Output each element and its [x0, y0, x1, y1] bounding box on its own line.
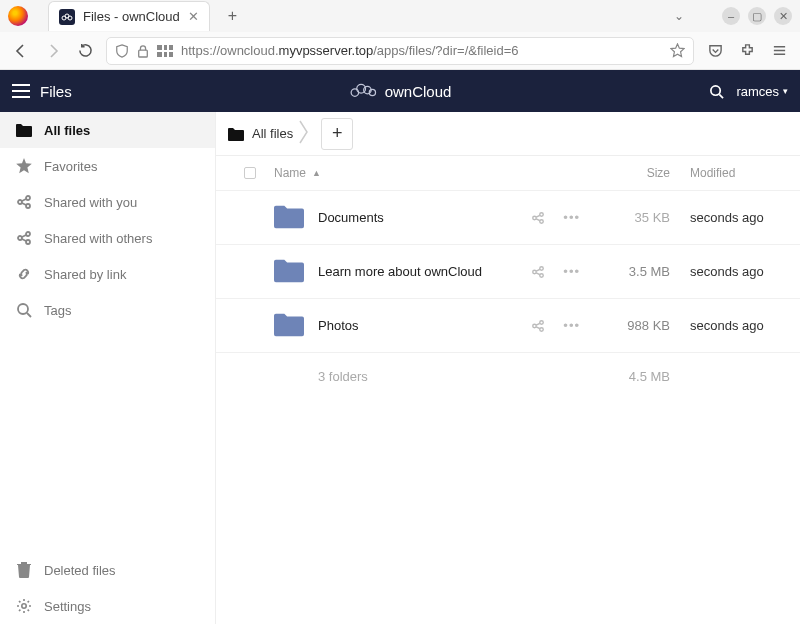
- app-title: Files: [40, 83, 72, 100]
- file-size: 35 KB: [590, 210, 670, 225]
- sidebar-item-favorites[interactable]: Favorites: [0, 148, 215, 184]
- table-row[interactable]: Learn more about ownCloud ••• 3.5 MB sec…: [216, 244, 800, 298]
- sidebar-item-shared-with-others[interactable]: Shared with others: [0, 220, 215, 256]
- summary-count: 3 folders: [274, 369, 590, 384]
- select-all-checkbox[interactable]: [244, 167, 256, 179]
- bookmark-star-icon[interactable]: [670, 43, 685, 58]
- window-maximize-button[interactable]: ▢: [748, 7, 766, 25]
- file-name: Photos: [318, 318, 358, 333]
- sidebar-item-deleted-files[interactable]: Deleted files: [0, 552, 215, 588]
- forward-button[interactable]: [42, 40, 64, 62]
- svg-rect-8: [164, 52, 167, 57]
- svg-point-19: [26, 232, 30, 236]
- shield-icon: [115, 44, 129, 58]
- svg-point-21: [18, 304, 28, 314]
- reload-button[interactable]: [74, 40, 96, 62]
- sidebar-item-shared-by-link[interactable]: Shared by link: [0, 256, 215, 292]
- os-titlebar: Files - ownCloud ✕ + ⌄ – ▢ ✕: [0, 0, 800, 32]
- column-header-size[interactable]: Size: [590, 166, 670, 180]
- owncloud-logo-icon: [349, 80, 379, 103]
- sidebar: All files Favorites Shared with you Shar…: [0, 112, 216, 624]
- svg-point-14: [711, 85, 720, 94]
- svg-point-28: [540, 273, 544, 277]
- sidebar-item-label: Shared with others: [44, 231, 152, 246]
- sidebar-item-label: Shared with you: [44, 195, 137, 210]
- app-header: Files ownCloud ramces▾: [0, 70, 800, 112]
- file-modified: seconds ago: [670, 318, 780, 333]
- sidebar-item-settings[interactable]: Settings: [0, 588, 215, 624]
- column-header-modified[interactable]: Modified: [670, 166, 780, 180]
- file-modified: seconds ago: [670, 210, 780, 225]
- search-icon[interactable]: [709, 84, 724, 99]
- more-actions-icon[interactable]: •••: [563, 264, 580, 279]
- sidebar-item-label: Favorites: [44, 159, 97, 174]
- browser-menu-icon[interactable]: [768, 40, 790, 62]
- tab-close-icon[interactable]: ✕: [188, 9, 199, 24]
- hamburger-menu-button[interactable]: [12, 84, 30, 98]
- folder-solid-icon: [228, 127, 244, 141]
- svg-point-24: [540, 212, 544, 216]
- browser-toolbar: https://owncloud.myvpsserver.top/apps/fi…: [0, 32, 800, 70]
- extensions-icon[interactable]: [736, 40, 758, 62]
- more-actions-icon[interactable]: •••: [563, 210, 580, 225]
- file-size: 3.5 MB: [590, 264, 670, 279]
- file-modified: seconds ago: [670, 264, 780, 279]
- owncloud-favicon-icon: [59, 9, 75, 25]
- share-icon[interactable]: [531, 265, 545, 279]
- sort-asc-icon: ▲: [312, 168, 321, 178]
- svg-point-29: [533, 324, 537, 328]
- more-actions-icon[interactable]: •••: [563, 318, 580, 333]
- folder-icon: [274, 311, 304, 340]
- sidebar-item-all-files[interactable]: All files: [0, 112, 215, 148]
- new-item-button[interactable]: +: [321, 118, 353, 150]
- dropdown-icon[interactable]: ⌄: [674, 9, 684, 23]
- app-brand: ownCloud: [349, 80, 452, 103]
- summary-size: 4.5 MB: [590, 369, 670, 384]
- breadcrumb-row: All files +: [216, 112, 800, 156]
- url-text: https://owncloud.myvpsserver.top/apps/fi…: [181, 43, 518, 58]
- svg-point-31: [540, 327, 544, 331]
- svg-rect-6: [169, 45, 173, 50]
- share-icon: [16, 194, 32, 210]
- sidebar-item-label: Shared by link: [44, 267, 126, 282]
- user-menu[interactable]: ramces▾: [736, 84, 788, 99]
- folder-icon: [274, 257, 304, 286]
- svg-rect-5: [164, 45, 167, 50]
- svg-rect-3: [139, 50, 148, 57]
- sidebar-item-label: Deleted files: [44, 563, 116, 578]
- svg-point-17: [26, 204, 30, 208]
- svg-point-23: [533, 216, 537, 220]
- firefox-logo-icon: [8, 6, 28, 26]
- browser-tab[interactable]: Files - ownCloud ✕: [48, 1, 210, 31]
- share-icon: [16, 230, 32, 246]
- lock-icon: [137, 44, 149, 58]
- column-header-name[interactable]: Name▲: [274, 166, 590, 180]
- sidebar-item-tags[interactable]: Tags: [0, 292, 215, 328]
- share-icon[interactable]: [531, 319, 545, 333]
- permissions-icon: [157, 45, 173, 57]
- svg-point-22: [22, 604, 26, 608]
- table-row[interactable]: Photos ••• 988 KB seconds ago: [216, 298, 800, 352]
- table-row[interactable]: Documents ••• 35 KB seconds ago: [216, 190, 800, 244]
- star-icon: [16, 158, 32, 174]
- svg-point-20: [26, 240, 30, 244]
- main-content: All files + Name▲ Size Modified Document…: [216, 112, 800, 624]
- pocket-icon[interactable]: [704, 40, 726, 62]
- folder-solid-icon: [16, 122, 32, 138]
- back-button[interactable]: [10, 40, 32, 62]
- svg-point-15: [18, 200, 22, 204]
- gear-icon: [16, 598, 32, 614]
- window-minimize-button[interactable]: –: [722, 7, 740, 25]
- breadcrumb-separator-icon: [299, 120, 309, 147]
- url-bar[interactable]: https://owncloud.myvpsserver.top/apps/fi…: [106, 37, 694, 65]
- share-icon[interactable]: [531, 211, 545, 225]
- svg-point-2: [68, 16, 72, 20]
- window-close-button[interactable]: ✕: [774, 7, 792, 25]
- svg-rect-9: [169, 52, 173, 57]
- svg-rect-7: [157, 52, 162, 57]
- file-size: 988 KB: [590, 318, 670, 333]
- breadcrumb-root[interactable]: All files: [228, 126, 293, 141]
- table-summary: 3 folders 4.5 MB: [216, 352, 800, 400]
- new-tab-button[interactable]: +: [228, 7, 237, 25]
- sidebar-item-shared-with-you[interactable]: Shared with you: [0, 184, 215, 220]
